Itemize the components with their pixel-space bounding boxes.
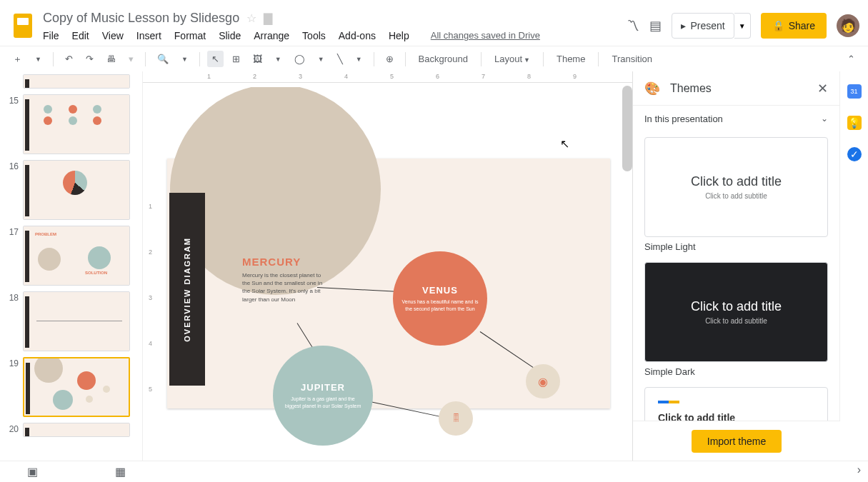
textbox-tool[interactable]: ⊞ xyxy=(228,51,244,67)
close-themes-button[interactable]: ✕ xyxy=(817,81,828,96)
slide-thumb-17[interactable]: PROBLEM SOLUTION xyxy=(23,226,130,286)
thumb-number: 15 xyxy=(6,94,19,106)
menu-view[interactable]: View xyxy=(102,30,124,41)
slide-canvas[interactable]: OVERVIEW DIAGRAM MERCURY Mercury is the … xyxy=(160,87,627,455)
thumb-number: 18 xyxy=(6,291,19,303)
line-dropdown[interactable]: ▼ xyxy=(351,53,366,66)
menu-slide[interactable]: Slide xyxy=(219,30,241,41)
paint-format-button[interactable]: ▾ xyxy=(124,51,138,67)
menu-addons[interactable]: Add-ons xyxy=(339,30,376,41)
mercury-title[interactable]: MERCURY xyxy=(242,256,301,268)
menu-tools[interactable]: Tools xyxy=(302,30,326,41)
thumb-number: 20 xyxy=(6,423,19,434)
folder-icon[interactable]: ▇ xyxy=(264,11,272,25)
collapse-toolbar-button[interactable]: ⌃ xyxy=(843,51,859,67)
redo-button[interactable]: ↷ xyxy=(81,51,98,67)
present-button[interactable]: ▸ Present xyxy=(672,13,734,39)
venus-description: Venus has a beautiful name and is the se… xyxy=(401,298,479,311)
columns-icon: 𝄝 xyxy=(454,412,459,425)
palette-icon: 🎨 xyxy=(644,81,660,96)
mouse-cursor-icon: ↖ xyxy=(560,137,569,151)
drum-icon-circle[interactable]: ◉ xyxy=(526,364,560,398)
line-tool[interactable]: ╲ xyxy=(333,51,347,67)
keep-icon[interactable]: 💡 xyxy=(847,116,862,130)
slide-sidebar-label[interactable]: OVERVIEW DIAGRAM xyxy=(169,193,205,386)
tasks-icon[interactable]: ✓ xyxy=(847,147,862,161)
jupiter-title: JUPITER xyxy=(301,382,345,393)
present-dropdown[interactable]: ▼ xyxy=(734,13,751,39)
image-tool[interactable]: 🖼 xyxy=(249,51,266,67)
themes-footer: Import theme xyxy=(633,421,840,461)
theme-preview-subtitle: Click to add subtitle xyxy=(705,192,767,200)
themes-list[interactable]: Click to add title Click to add subtitle… xyxy=(633,131,839,461)
layout-button[interactable]: Layout▼ xyxy=(489,51,536,67)
show-side-panel-icon[interactable]: › xyxy=(857,463,861,476)
theme-preview: Click to add title Click to add subtitle xyxy=(644,262,828,362)
slide-thumb-14[interactable] xyxy=(23,74,130,89)
select-tool[interactable]: ↖ xyxy=(207,51,224,67)
menu-help[interactable]: Help xyxy=(389,30,409,41)
zoom-dropdown[interactable]: ▼ xyxy=(177,53,192,66)
lock-icon: 🔒 xyxy=(772,20,784,31)
venus-circle[interactable]: VENUS Venus has a beautiful name and is … xyxy=(393,251,487,346)
theme-simple-dark[interactable]: Click to add title Click to add subtitle… xyxy=(644,262,828,377)
theme-name: Simple Dark xyxy=(644,366,828,377)
slide-thumb-15[interactable] xyxy=(23,94,130,154)
menu-file[interactable]: File xyxy=(43,30,59,41)
present-play-icon: ▸ xyxy=(681,20,686,31)
undo-button[interactable]: ↶ xyxy=(61,51,77,67)
thumb-number: 19 xyxy=(6,357,19,368)
jupiter-circle[interactable]: JUPITER Jupiter is a gas giant and the b… xyxy=(273,346,373,446)
activity-icon[interactable]: 〽 xyxy=(627,19,639,34)
document-title[interactable]: Copy of Music Lesson by Slidesgo xyxy=(43,11,239,26)
star-icon[interactable]: ☆ xyxy=(246,11,256,25)
connector-line xyxy=(480,331,539,372)
filmstrip-view-icon[interactable]: ▣ xyxy=(27,465,38,478)
slide-thumb-19[interactable] xyxy=(23,357,130,417)
shape-dropdown[interactable]: ▼ xyxy=(314,53,329,66)
connector-line xyxy=(370,401,447,418)
image-dropdown[interactable]: ▼ xyxy=(271,53,286,66)
slide-thumb-18[interactable] xyxy=(23,291,130,351)
theme-button[interactable]: Theme xyxy=(551,51,591,67)
save-status[interactable]: All changes saved in Drive xyxy=(431,30,540,41)
comments-icon[interactable]: ▤ xyxy=(649,18,662,34)
menubar: File Edit View Insert Format Slide Arran… xyxy=(43,30,627,41)
app-header: Copy of Music Lesson by Slidesgo ☆ ▇ Fil… xyxy=(0,0,868,46)
print-button[interactable]: 🖶 xyxy=(102,51,120,67)
new-slide-dropdown[interactable]: ▼ xyxy=(31,53,46,66)
columns-icon-circle[interactable]: 𝄝 xyxy=(439,401,473,436)
menu-insert[interactable]: Insert xyxy=(136,30,161,41)
current-slide[interactable]: OVERVIEW DIAGRAM MERCURY Mercury is the … xyxy=(167,159,610,408)
background-button[interactable]: Background xyxy=(413,51,474,67)
zoom-button[interactable]: 🔍 xyxy=(153,51,173,67)
grid-view-icon[interactable]: ▦ xyxy=(115,465,126,478)
theme-preview-title: Click to add title xyxy=(691,174,782,189)
import-theme-button[interactable]: Import theme xyxy=(692,430,782,453)
themes-section-toggle[interactable]: In this presentation ⌄ xyxy=(633,106,839,131)
menu-arrange[interactable]: Arrange xyxy=(254,30,289,41)
shape-tool[interactable]: ◯ xyxy=(290,51,309,67)
theme-simple-light[interactable]: Click to add title Click to add subtitle… xyxy=(644,137,828,252)
toolbar: ＋ ▼ ↶ ↷ 🖶 ▾ 🔍 ▼ ↖ ⊞ 🖼 ▼ ◯ ▼ ╲ ▼ ⊕ Backgr… xyxy=(0,46,868,71)
calendar-icon[interactable]: 31 xyxy=(847,84,862,99)
menu-format[interactable]: Format xyxy=(174,30,206,41)
drum-icon: ◉ xyxy=(538,375,548,388)
new-slide-button[interactable]: ＋ xyxy=(9,50,26,69)
slide-thumb-16[interactable] xyxy=(23,160,130,220)
comment-button[interactable]: ⊕ xyxy=(381,51,398,67)
share-button[interactable]: 🔒 Share xyxy=(761,13,827,39)
theme-preview-subtitle: Click to add subtitle xyxy=(705,317,767,325)
app-logo[interactable] xyxy=(9,11,37,40)
menu-edit[interactable]: Edit xyxy=(72,30,89,41)
chevron-down-icon: ▼ xyxy=(739,22,746,30)
slide-filmstrip[interactable]: 15 16 17 PROBLEM SOLUTION 18 xyxy=(0,71,143,461)
venus-title: VENUS xyxy=(422,285,458,296)
mercury-description[interactable]: Mercury is the closest planet to the Sun… xyxy=(242,271,326,303)
theme-name: Simple Light xyxy=(644,241,828,252)
canvas-area: 123456789 12345 OVERVIEW DIAGRAM MERCURY… xyxy=(143,71,632,461)
avatar-image: 🧑 xyxy=(840,18,856,34)
account-avatar[interactable]: 🧑 xyxy=(837,14,859,37)
transition-button[interactable]: Transition xyxy=(606,51,658,67)
slide-thumb-20[interactable] xyxy=(23,423,130,437)
